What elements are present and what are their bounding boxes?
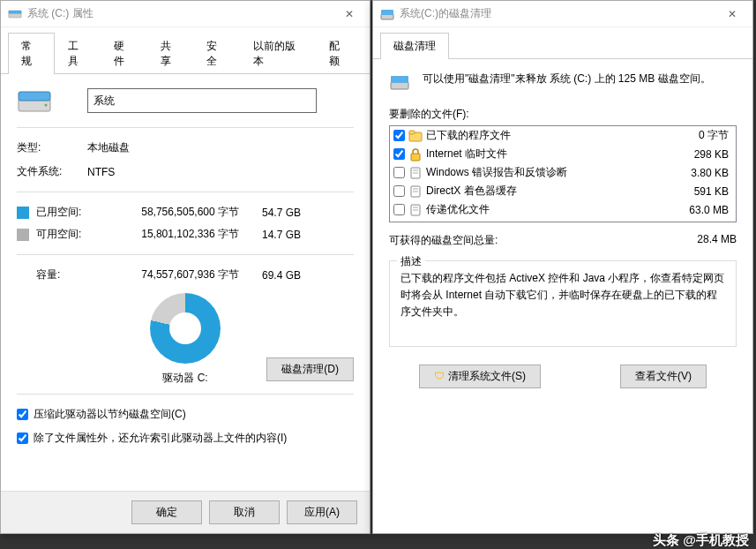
window-title: 系统(C:)的磁盘清理 bbox=[400, 6, 719, 21]
compress-checkbox[interactable] bbox=[17, 409, 28, 420]
svg-rect-11 bbox=[411, 154, 420, 161]
usage-donut bbox=[150, 293, 221, 364]
properties-dialog: 系统 (C:) 属性 ✕ 常规 工具 硬件 共享 安全 以前的版本 配额 类型:… bbox=[0, 0, 371, 534]
file-size: 591 KB bbox=[670, 185, 732, 198]
used-swatch bbox=[17, 207, 29, 219]
file-checkbox[interactable] bbox=[393, 204, 405, 215]
titlebar: 系统(C:)的磁盘清理 ✕ bbox=[373, 1, 752, 27]
free-label: 可用空间: bbox=[36, 227, 107, 242]
svg-rect-1 bbox=[9, 11, 21, 13]
file-checkbox[interactable] bbox=[393, 148, 405, 160]
filesystem-value: NTFS bbox=[87, 166, 115, 178]
tab-strip: 磁盘清理 bbox=[373, 27, 752, 59]
disk-cleanup-dialog: 系统(C:)的磁盘清理 ✕ 磁盘清理 可以使用"磁盘清理"来释放 系统 (C:)… bbox=[372, 0, 753, 534]
ok-button[interactable]: 确定 bbox=[131, 500, 202, 524]
file-list[interactable]: 已下载的程序文件0 字节Internet 临时文件298 KBWindows 错… bbox=[389, 125, 737, 222]
shield-icon: 🛡 bbox=[434, 370, 445, 382]
capacity-bytes: 74,557,607,936 字节 bbox=[107, 267, 239, 282]
dialog-footer: 确定 取消 应用(A) bbox=[1, 491, 370, 533]
file-item[interactable]: Windows 错误报告和反馈诊断3.80 KB bbox=[390, 163, 736, 182]
description-legend: 描述 bbox=[397, 254, 425, 269]
close-icon[interactable]: ✕ bbox=[336, 5, 363, 23]
file-checkbox[interactable] bbox=[393, 130, 405, 141]
folder-icon bbox=[408, 129, 423, 143]
titlebar: 系统 (C:) 属性 ✕ bbox=[1, 1, 370, 27]
tab-disk-cleanup[interactable]: 磁盘清理 bbox=[380, 33, 449, 59]
total-label: 可获得的磁盘空间总量: bbox=[389, 233, 498, 248]
used-label: 已用空间: bbox=[36, 205, 107, 220]
svg-rect-7 bbox=[391, 82, 408, 89]
file-name: 传递优化文件 bbox=[426, 202, 670, 217]
total-value: 28.4 MB bbox=[697, 233, 737, 248]
svg-rect-10 bbox=[409, 131, 415, 134]
file-icon bbox=[408, 203, 423, 217]
file-size: 63.0 MB bbox=[670, 204, 732, 216]
capacity-gb: 69.4 GB bbox=[239, 269, 301, 282]
window-title: 系统 (C:) 属性 bbox=[27, 6, 336, 21]
apply-button[interactable]: 应用(A) bbox=[287, 500, 357, 524]
tab-security[interactable]: 安全 bbox=[193, 33, 240, 74]
file-size: 3.80 KB bbox=[670, 167, 732, 179]
file-name: Internet 临时文件 bbox=[426, 147, 670, 162]
file-name: Windows 错误报告和反馈诊断 bbox=[426, 165, 670, 180]
free-gb: 14.7 GB bbox=[239, 229, 301, 241]
content-area: 可以使用"磁盘清理"来释放 系统 (C:) 上的 125 MB 磁盘空间。 要删… bbox=[373, 59, 752, 401]
svg-rect-8 bbox=[391, 76, 408, 83]
drive-large-icon bbox=[17, 86, 52, 115]
description-fieldset: 描述 已下载的程序文件包括 ActiveX 控件和 Java 小程序，你查看特定… bbox=[389, 260, 737, 347]
svg-rect-3 bbox=[19, 92, 50, 101]
file-item[interactable]: Internet 临时文件298 KB bbox=[390, 145, 736, 163]
files-to-delete-label: 要删除的文件(F): bbox=[389, 107, 737, 122]
info-text: 可以使用"磁盘清理"来释放 系统 (C:) 上的 125 MB 磁盘空间。 bbox=[423, 71, 711, 86]
file-icon bbox=[408, 184, 423, 199]
file-size: 0 字节 bbox=[670, 128, 732, 143]
file-item[interactable]: DirectX 着色器缓存591 KB bbox=[390, 182, 736, 200]
file-size: 298 KB bbox=[670, 148, 732, 161]
tab-tools[interactable]: 工具 bbox=[55, 33, 101, 74]
index-checkbox[interactable] bbox=[17, 432, 28, 444]
index-label: 除了文件属性外，还允许索引此驱动器上文件的内容(I) bbox=[34, 431, 287, 446]
tab-hardware[interactable]: 硬件 bbox=[101, 33, 147, 74]
file-name: DirectX 着色器缓存 bbox=[426, 184, 670, 199]
type-label: 类型: bbox=[17, 140, 87, 155]
close-icon[interactable]: ✕ bbox=[719, 5, 745, 23]
free-swatch bbox=[17, 229, 29, 241]
file-item[interactable]: 已下载的程序文件0 字节 bbox=[390, 126, 736, 145]
description-text: 已下载的程序文件包括 ActiveX 控件和 Java 小程序，你查看特定网页时… bbox=[400, 270, 725, 334]
tab-quota[interactable]: 配额 bbox=[316, 33, 363, 74]
drive-name-input[interactable] bbox=[87, 88, 317, 113]
disk-cleanup-button[interactable]: 磁盘清理(D) bbox=[266, 357, 354, 381]
capacity-label: 容量: bbox=[36, 267, 107, 282]
cancel-button[interactable]: 取消 bbox=[209, 500, 280, 524]
tab-previous[interactable]: 以前的版本 bbox=[240, 33, 316, 74]
file-name: 已下载的程序文件 bbox=[426, 128, 670, 143]
content-area: 类型: 本地磁盘 文件系统: NTFS 已用空间: 58,756,505,600… bbox=[1, 74, 370, 467]
clean-system-files-button[interactable]: 🛡清理系统文件(S) bbox=[419, 365, 541, 388]
file-icon bbox=[408, 166, 423, 180]
file-checkbox[interactable] bbox=[393, 185, 405, 197]
free-bytes: 15,801,102,336 字节 bbox=[107, 227, 239, 242]
compress-label: 压缩此驱动器以节约磁盘空间(C) bbox=[34, 407, 186, 422]
svg-rect-6 bbox=[381, 10, 393, 15]
filesystem-label: 文件系统: bbox=[17, 164, 87, 179]
used-bytes: 58,756,505,600 字节 bbox=[107, 205, 239, 220]
watermark: 头条 @手机教授 bbox=[653, 532, 749, 549]
file-checkbox[interactable] bbox=[393, 167, 405, 178]
cleanup-info-icon bbox=[389, 71, 410, 93]
cleanup-icon bbox=[380, 7, 394, 21]
index-checkbox-row[interactable]: 除了文件属性外，还允许索引此驱动器上文件的内容(I) bbox=[17, 431, 354, 446]
compress-checkbox-row[interactable]: 压缩此驱动器以节约磁盘空间(C) bbox=[17, 407, 354, 422]
file-item[interactable]: 传递优化文件63.0 MB bbox=[390, 200, 736, 219]
used-gb: 54.7 GB bbox=[239, 207, 301, 219]
tab-strip: 常规 工具 硬件 共享 安全 以前的版本 配额 bbox=[1, 27, 370, 74]
svg-point-4 bbox=[45, 104, 48, 107]
lock-icon bbox=[408, 147, 423, 162]
type-value: 本地磁盘 bbox=[87, 140, 130, 155]
view-files-button[interactable]: 查看文件(V) bbox=[620, 365, 707, 388]
tab-general[interactable]: 常规 bbox=[8, 33, 55, 74]
drive-icon bbox=[8, 7, 22, 21]
tab-sharing[interactable]: 共享 bbox=[147, 33, 194, 74]
